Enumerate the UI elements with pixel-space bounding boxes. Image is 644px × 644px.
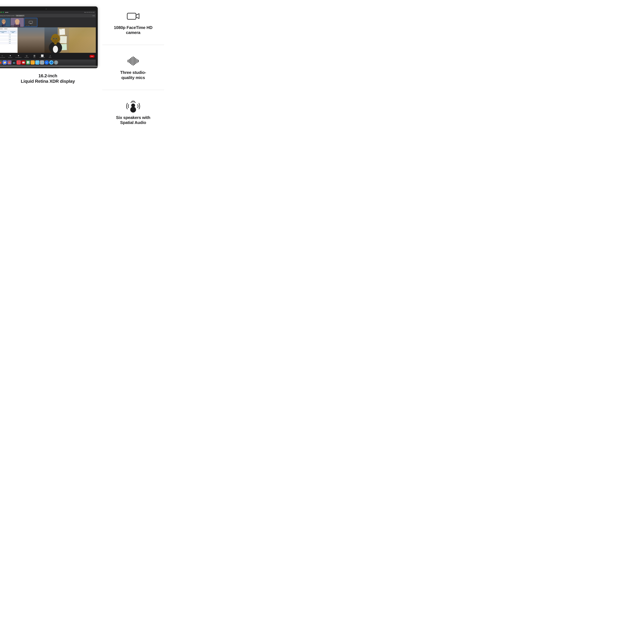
toolbar-whiteboards[interactable]: ⬜ Whiteboards [38, 54, 46, 58]
table-cell: 3562 [0, 42, 9, 44]
svg-point-22 [51, 38, 52, 40]
table-cell: 786 [9, 33, 17, 35]
svg-rect-4 [3, 23, 5, 24]
dock-news[interactable]: 📰 [21, 60, 25, 65]
toolbar-apps[interactable]: ⊞ Apps [31, 54, 38, 58]
macbook-base [0, 66, 98, 68]
speaker-icon [125, 100, 141, 113]
participant-david[interactable]: David Beau... [0, 18, 10, 27]
table-cell: 891 [9, 42, 17, 44]
dock-appletv[interactable]: 📺 [12, 60, 16, 65]
participant-ivan[interactable]: Ivan Fuentes [24, 18, 37, 27]
share-button[interactable]: Share [4, 28, 8, 29]
dock-music[interactable]: 🎵 [17, 60, 21, 65]
speakers-title-line1: Six speakers with [116, 115, 150, 120]
menubar-left: zoom [0, 12, 8, 13]
participant-carmen[interactable]: Carmen Sharafeldeen [11, 18, 24, 27]
zoom-logo: zoom [5, 12, 8, 13]
table-cell: 838 [9, 39, 17, 41]
table-cell: 825 [9, 41, 17, 42]
dock-zoom[interactable]: Z [45, 60, 49, 65]
dock-notes[interactable]: ✏️ [31, 60, 35, 65]
macbook-container: zoom Mon Oct 30 9:41 AM are viewing Ivan… [0, 6, 98, 68]
sharing-bar: are viewing Ivan Fuentes's screen View O… [0, 14, 96, 17]
spreadsheet-panel: Comments Share Projected Reduction (Time… [0, 27, 18, 53]
wave-bar-9 [138, 60, 139, 62]
toolbar-summary[interactable]: ✦ Summary [6, 54, 14, 58]
summary-label: Summary [8, 57, 12, 58]
view-icon-button[interactable]: View [92, 15, 95, 16]
svg-point-27 [53, 38, 54, 39]
wave-bar-6 [134, 57, 135, 65]
table-cell: 720 [9, 37, 17, 39]
notes-icon: ♪ [50, 55, 51, 57]
menubar-time: Mon Oct 30 9:41 AM [84, 12, 95, 13]
ai-companion-icon: ✦ [18, 55, 19, 57]
comments-button[interactable]: Comments [0, 28, 3, 29]
divider-1 [102, 45, 164, 45]
table-cell: 2881 [0, 37, 9, 39]
mics-title-line1: Three studio- [120, 70, 146, 75]
share-screen-label: Share Screen [0, 57, 5, 58]
camera-icon-wrapper [125, 10, 141, 23]
zoom-toolbar: ↑ Share Screen ✦ Summary ✦ AI Companion [0, 53, 96, 60]
svg-rect-15 [60, 36, 67, 43]
spreadsheet-toolbar: Comments Share [0, 27, 18, 30]
dock-finder[interactable]: 🍎 [0, 60, 2, 65]
feature-speakers: Six speakers with Spatial Audio [99, 100, 167, 125]
maximize-dot[interactable] [1, 12, 2, 13]
reactions-label: Reactions [24, 57, 29, 58]
dock-missions[interactable]: 🦊 [7, 60, 11, 65]
mics-title: Three studio- quality mics [120, 70, 146, 80]
whiteboards-label: Whiteboards [40, 57, 45, 58]
end-button[interactable]: End [90, 55, 95, 58]
view-options-button[interactable]: View Options ▾ [15, 15, 25, 17]
macbook-hinge [0, 65, 96, 66]
col-header-1: Projected Reduction (Time) [0, 31, 9, 33]
feature-mics: Three studio- quality mics [99, 55, 167, 80]
ivan-name: Ivan Fuentes [25, 25, 30, 26]
wave-bar-4 [132, 57, 132, 65]
table-row: 3352838 [0, 39, 17, 41]
macbook-bezel: zoom Mon Oct 30 9:41 AM are viewing Ivan… [0, 6, 98, 66]
minimize-dot[interactable] [0, 12, 0, 13]
svg-rect-14 [59, 29, 65, 35]
table-row: 2706676 [0, 35, 17, 37]
toolbar-share-screen[interactable]: ↑ Share Screen [0, 54, 6, 58]
table-cell: 3143 [0, 33, 9, 35]
participants-row: David Beau... [0, 17, 96, 27]
sharing-text: are viewing Ivan Fuentes's screen [0, 15, 15, 16]
toolbar-notes[interactable]: ♪ Notes [46, 54, 54, 58]
table-cell: 3300 [0, 41, 9, 42]
view-options-label: View Options [16, 15, 23, 16]
toolbar-reactions[interactable]: ☺ Reactions [23, 54, 31, 58]
dock-appstore[interactable]: 🔍 [35, 60, 39, 65]
dock-trash[interactable]: 🗑️ [54, 60, 58, 65]
camera-title: 1080p FaceTime HD camera [114, 25, 152, 35]
table-row: 3562891 [0, 42, 17, 44]
toolbar-ai-companion[interactable]: ✦ AI Companion [14, 54, 23, 58]
dock-systemprefs[interactable]: ⚙️ [40, 60, 44, 65]
chevron-down-icon: ▾ [23, 15, 24, 16]
svg-point-17 [61, 29, 61, 29]
dock-launchpad[interactable]: 📁 [3, 60, 7, 65]
svg-rect-10 [30, 23, 31, 24]
table-row: 2881720 [0, 37, 17, 39]
svg-point-20 [53, 46, 58, 53]
share-screen-icon: ↑ [2, 55, 3, 57]
table-cell: 3352 [0, 39, 9, 41]
mics-title-line2: quality mics [121, 75, 145, 80]
summary-icon: ✦ [9, 55, 11, 57]
dock-safari[interactable]: 🔵 [49, 60, 53, 65]
svg-point-18 [66, 35, 67, 36]
spreadsheet-content: Projected Reduction (Time) Cost Savings … [0, 30, 18, 44]
dock-numbers[interactable]: 📊 [26, 60, 30, 65]
right-side: 1080p FaceTime HD camera [96, 6, 174, 128]
table-cell: 676 [9, 35, 17, 37]
wave-bar-7 [135, 58, 136, 64]
macos-dock: 🍎 📁 🦊 📺 🎵 📰 📊 ✏️ 🔍 ⚙️ Z [0, 60, 96, 65]
data-table: Projected Reduction (Time) Cost Savings … [0, 31, 17, 44]
zoom-main-area: Comments Share Projected Reduction (Time… [0, 27, 96, 53]
view-label: View [92, 15, 95, 16]
caption-line1: 16.2-inch [21, 73, 75, 79]
